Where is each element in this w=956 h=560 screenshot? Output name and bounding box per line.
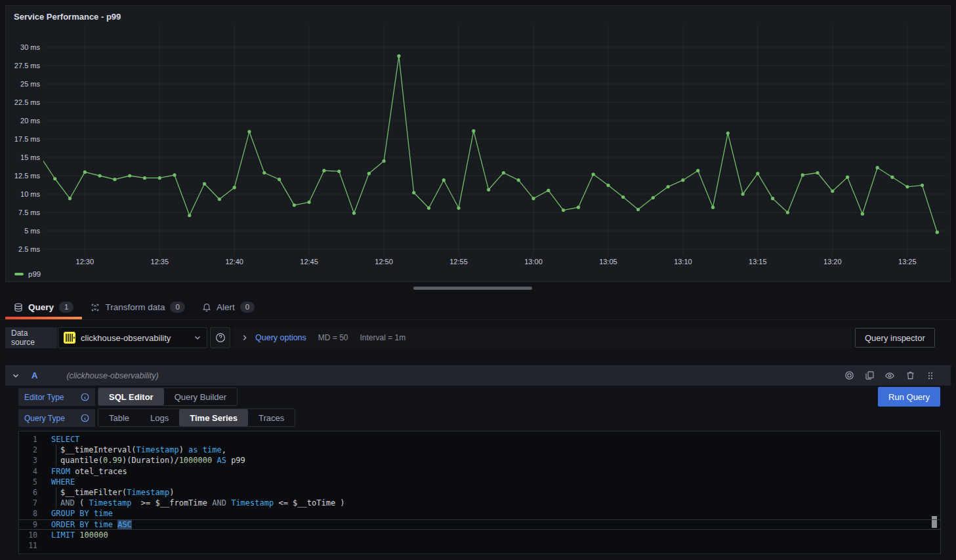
tab-query-label: Query [28,302,54,312]
svg-text:7.5 ms: 7.5 ms [18,209,41,216]
indent-guide [51,498,60,508]
info-circle-icon[interactable] [81,414,89,422]
tab-transform-data[interactable]: Transform data 0 [82,295,193,319]
sql-token: SELECT [51,435,79,444]
sql-line[interactable]: 1SELECT [19,434,940,445]
hide-response-eye-icon[interactable] [884,370,896,382]
sql-line[interactable]: 8GROUP BY time [19,508,940,519]
svg-text:13:25: 13:25 [898,258,917,266]
sql-line[interactable]: 5WHERE [19,477,940,487]
horizontal-scrollbar[interactable] [413,287,532,290]
tab-query-count: 1 [59,302,73,313]
info-circle-icon[interactable] [81,393,89,401]
legend-swatch [14,273,24,275]
svg-text:12:50: 12:50 [375,258,393,266]
sql-token: , [222,445,226,454]
sql-token [89,520,94,529]
svg-text:13:15: 13:15 [749,258,767,266]
sql-token: time [94,520,113,529]
sql-token: time [203,445,222,454]
sql-token: $__timeInterval( [60,445,136,454]
query-options-bar[interactable]: Query options MD = 50 Interval = 1m [233,327,852,348]
query-row-header[interactable]: A (clickhouse-observability) [5,365,951,386]
indent-guide [51,455,60,466]
tab-alert[interactable]: Alert 0 [194,295,263,319]
sql-token: ) [179,445,188,454]
svg-text:12:30: 12:30 [76,258,94,266]
query-type-logs[interactable]: Logs [140,409,179,426]
query-datasource-subtitle: (clickhouse-observability) [66,371,158,380]
datasource-value: clickhouse-observability [81,333,188,343]
chart-legend[interactable]: p99 [14,270,41,278]
sql-line[interactable]: 3quantile(0.99)(Duration)/1000000 AS p99 [19,455,940,466]
sql-token: LIMIT [51,530,75,540]
query-options-link[interactable]: Query options [255,333,306,342]
sql-code-editor[interactable]: 1SELECT2$__timeInterval(Timestamp) as ti… [18,431,941,554]
transform-icon [91,303,100,312]
sql-line[interactable]: 11 [19,540,940,551]
sql-line[interactable]: 2$__timeInterval(Timestamp) as time, [19,445,940,455]
sql-token: 100000 [79,530,108,540]
sql-line[interactable]: 10LIMIT 100000 [19,530,940,540]
sql-token: FROM [51,467,70,476]
svg-text:12:35: 12:35 [151,258,169,266]
legend-label: p99 [28,270,41,278]
run-query-button[interactable]: Run Query [878,387,940,407]
svg-text:27.5 ms: 27.5 ms [14,62,41,70]
line-number: 6 [19,487,37,498]
clickhouse-logo-icon [64,332,75,344]
sql-token: Timestamp [89,498,131,508]
duplicate-query-icon[interactable] [863,370,875,382]
tab-query[interactable]: Query 1 [5,295,82,319]
sql-line[interactable]: 4FROM otel_traces [19,466,940,477]
svg-text:13:20: 13:20 [823,258,842,266]
datasource-help-button[interactable] [210,327,230,348]
editor-type-query-builder[interactable]: Query Builder [164,388,237,405]
svg-text:15 ms: 15 ms [20,153,40,161]
collapse-chevron-icon[interactable] [12,372,20,380]
query-type-label: Query Type [18,409,95,427]
svg-text:2.5 ms: 2.5 ms [18,245,41,253]
sql-token: ASC [117,520,132,529]
sql-token: time [94,509,113,518]
datasource-label: Data source [5,327,57,348]
disable-query-icon[interactable] [843,370,855,382]
svg-text:22.5 ms: 22.5 ms [14,98,41,106]
tab-alert-count: 0 [240,302,255,313]
sql-token: otel_traces [70,467,127,476]
svg-text:25 ms: 25 ms [20,80,40,88]
sql-token: AND [212,498,226,508]
query-type-time-series[interactable]: Time Series [179,409,248,426]
query-ref-id[interactable]: A [31,370,37,380]
delete-query-trash-icon[interactable] [904,370,916,382]
chevron-right-icon [241,334,249,342]
query-type-traces[interactable]: Traces [248,409,295,426]
sql-line[interactable]: 7AND ( Timestamp >= $__fromTime AND Time… [19,498,940,508]
editor-type-sql-editor[interactable]: SQL Editor [98,388,164,405]
line-number: 9 [19,520,37,529]
datasource-picker[interactable]: clickhouse-observability [58,327,207,348]
sql-line[interactable]: 9ORDER BY time ASC [19,519,940,530]
drag-handle-icon[interactable] [925,370,936,382]
sql-token: <= $__toTime ) [274,498,344,508]
line-number: 1 [19,434,37,445]
svg-text:13:00: 13:00 [524,258,543,266]
sql-token: )(Duration)/ [122,456,179,465]
line-number: 4 [19,466,37,477]
sql-token: WHERE [51,477,75,487]
max-data-points-value: MD = 50 [318,333,348,342]
svg-text:30 ms: 30 ms [20,43,40,51]
query-inspector-button[interactable]: Query inspector [855,328,935,348]
sql-token: ORDER BY [51,520,89,529]
sql-line[interactable]: 6$__timeFilter(Timestamp) [19,487,940,498]
sql-token: >= $__fromTime [131,498,212,508]
sql-token: ) [169,488,174,497]
svg-text:12:40: 12:40 [225,258,243,266]
line-number: 7 [19,498,37,508]
line-number: 8 [19,508,37,519]
question-circle-icon [215,332,226,343]
query-type-table[interactable]: Table [98,409,140,426]
sql-token: Timestamp [136,445,179,454]
timeseries-chart[interactable]: 12:3012:3512:4012:4512:5012:5513:0013:05… [6,6,950,268]
indent-guide [51,487,60,498]
